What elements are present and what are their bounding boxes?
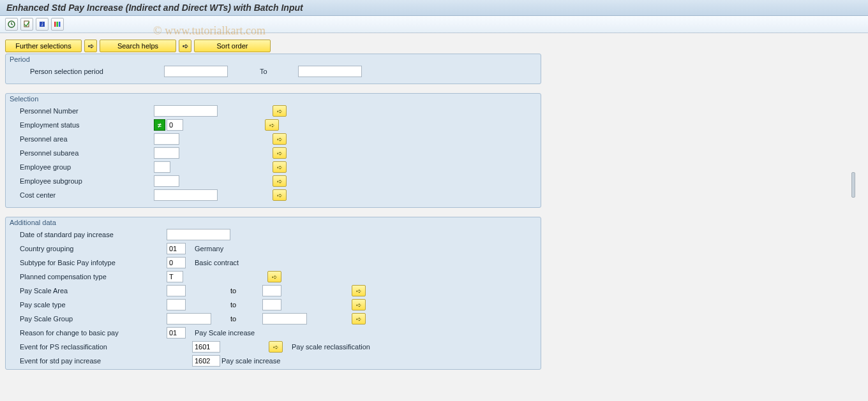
employee-subgroup-label: Employee subgroup	[20, 177, 154, 185]
arrow-right-icon: ➪	[277, 178, 282, 185]
pay-scale-group-label: Pay Scale Group	[20, 315, 167, 323]
arrow-right-icon: ➪	[277, 136, 282, 143]
pay-scale-type-label: Pay scale type	[20, 301, 167, 309]
to-label: to	[211, 315, 262, 323]
person-selection-period-label: Person selection period	[20, 68, 164, 75]
planned-comp-input[interactable]	[167, 271, 183, 282]
arrow-icon[interactable]: ➪	[179, 40, 191, 52]
personnel-area-input[interactable]	[154, 133, 179, 145]
employee-group-label: Employee group	[20, 163, 154, 171]
secondary-scroll-handle[interactable]	[851, 172, 855, 198]
further-selections-button[interactable]: Further selections	[5, 40, 82, 52]
multiple-selection-button[interactable]: ➪	[352, 285, 366, 296]
to-label: to	[186, 301, 262, 309]
date-std-pay-input[interactable]	[167, 229, 230, 240]
country-grouping-label: Country grouping	[20, 245, 167, 252]
date-std-pay-label: Date of standard pay increase	[20, 231, 167, 238]
to-label: to	[186, 287, 262, 295]
multiple-selection-button[interactable]: ➪	[273, 161, 287, 173]
selection-group: Selection Personnel Number ➪ Employment …	[5, 93, 541, 208]
event-ps-desc: Pay scale reclassification	[292, 343, 370, 351]
multiple-selection-button[interactable]: ➪	[273, 189, 287, 201]
multiple-selection-button[interactable]: ➪	[265, 119, 279, 131]
personnel-subarea-label: Personnel subarea	[20, 149, 154, 157]
pay-scale-area-from-input[interactable]	[167, 285, 186, 296]
arrow-right-icon: ➪	[272, 273, 277, 281]
pay-scale-type-from-input[interactable]	[167, 299, 186, 310]
event-std-pay-label: Event for std pay increase	[20, 357, 192, 365]
multiple-selection-button[interactable]: ➪	[269, 341, 283, 353]
period-from-input[interactable]	[164, 66, 228, 77]
search-helps-button[interactable]: Search helps	[100, 40, 176, 52]
sort-order-button[interactable]: Sort order	[194, 40, 271, 52]
multiple-selection-button[interactable]: ➪	[273, 105, 287, 117]
employee-group-input[interactable]	[154, 161, 170, 173]
multiple-selection-button[interactable]: ➪	[273, 147, 287, 159]
arrow-right-icon: ➪	[277, 164, 282, 171]
info-icon: i	[38, 20, 46, 28]
additional-data-group: Additional data Date of standard pay inc…	[5, 217, 541, 370]
reason-change-label: Reason for change to basic pay	[20, 329, 167, 337]
group-title: Selection	[6, 94, 541, 104]
cost-center-input[interactable]	[154, 189, 218, 201]
personnel-number-input[interactable]	[154, 105, 218, 117]
to-label: To	[260, 68, 298, 75]
multiple-selection-button[interactable]: ➪	[273, 175, 287, 187]
arrow-right-icon: ➪	[277, 192, 282, 199]
personnel-subarea-input[interactable]	[154, 147, 179, 159]
multiple-selection-button[interactable]: ➪	[273, 133, 287, 145]
svg-rect-4	[54, 22, 56, 27]
arrow-right-icon: ➪	[277, 150, 282, 157]
event-ps-reclass-input[interactable]	[192, 341, 220, 353]
subtype-basic-pay-input[interactable]	[167, 257, 186, 268]
info-button[interactable]: i	[36, 18, 49, 31]
color-legend-button[interactable]	[51, 18, 64, 31]
arrow-right-icon: ➪	[356, 302, 361, 309]
subtype-basic-pay-label: Subtype for Basic Pay infotype	[20, 259, 167, 266]
arrow-right-icon: ➪	[356, 288, 361, 295]
country-grouping-input[interactable]	[167, 243, 186, 254]
execute-button[interactable]	[5, 18, 18, 31]
subtype-desc: Basic contract	[195, 259, 239, 266]
cost-center-label: Cost center	[20, 191, 154, 199]
multiple-selection-button[interactable]: ➪	[352, 313, 366, 324]
variant-icon	[23, 20, 31, 28]
pay-scale-group-from-input[interactable]	[167, 313, 211, 324]
planned-comp-label: Planned compensation type	[20, 273, 167, 281]
event-ps-reclass-label: Event for PS reclassification	[20, 343, 192, 351]
pay-scale-type-to-input[interactable]	[262, 299, 281, 310]
employee-subgroup-input[interactable]	[154, 175, 179, 187]
employment-status-input[interactable]	[167, 119, 183, 131]
group-title: Additional data	[6, 217, 541, 228]
pay-scale-group-to-input[interactable]	[262, 313, 307, 324]
event-std-desc: Pay scale increase	[221, 357, 280, 365]
svg-text:i: i	[41, 22, 43, 27]
personnel-area-label: Personnel area	[20, 135, 154, 143]
employment-status-label: Employment status	[20, 121, 154, 129]
period-group: Period Person selection period To	[5, 54, 541, 84]
arrow-right-icon: ➪	[356, 316, 361, 323]
svg-rect-6	[59, 22, 61, 27]
arrow-icon[interactable]: ➪	[84, 40, 97, 52]
multiple-selection-button[interactable]: ➪	[352, 299, 366, 310]
selection-button-row: Further selections ➪ Search helps ➪ Sort…	[5, 40, 868, 52]
arrow-right-icon: ➪	[269, 122, 274, 129]
pay-scale-area-to-input[interactable]	[262, 285, 281, 296]
not-equal-icon[interactable]: ≠	[154, 119, 165, 131]
arrow-right-icon: ➪	[273, 344, 278, 351]
app-toolbar: i	[0, 16, 868, 33]
reason-desc: Pay Scale increase	[195, 329, 255, 337]
personnel-number-label: Personnel Number	[20, 107, 154, 115]
get-variant-button[interactable]	[20, 18, 33, 31]
reason-change-input[interactable]	[167, 327, 186, 339]
event-std-pay-input[interactable]	[192, 355, 220, 367]
group-title: Period	[6, 54, 541, 64]
country-desc: Germany	[195, 245, 223, 252]
svg-rect-5	[57, 22, 59, 27]
period-to-input[interactable]	[298, 66, 362, 77]
multiple-selection-button[interactable]: ➪	[267, 271, 281, 282]
window-title: Enhanced Std Pay Increase (Indirect and …	[0, 0, 868, 16]
pay-scale-area-label: Pay Scale Area	[20, 287, 167, 295]
clock-execute-icon	[8, 20, 15, 28]
content-area: Further selections ➪ Search helps ➪ Sort…	[0, 34, 868, 401]
